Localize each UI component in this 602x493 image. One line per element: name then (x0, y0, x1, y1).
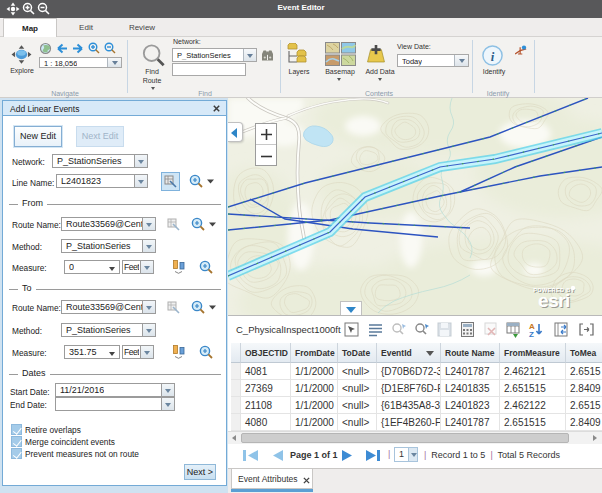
svg-text:i: i (491, 50, 495, 64)
svg-text:esri: esri (538, 290, 570, 311)
svg-text:Z: Z (529, 330, 534, 339)
